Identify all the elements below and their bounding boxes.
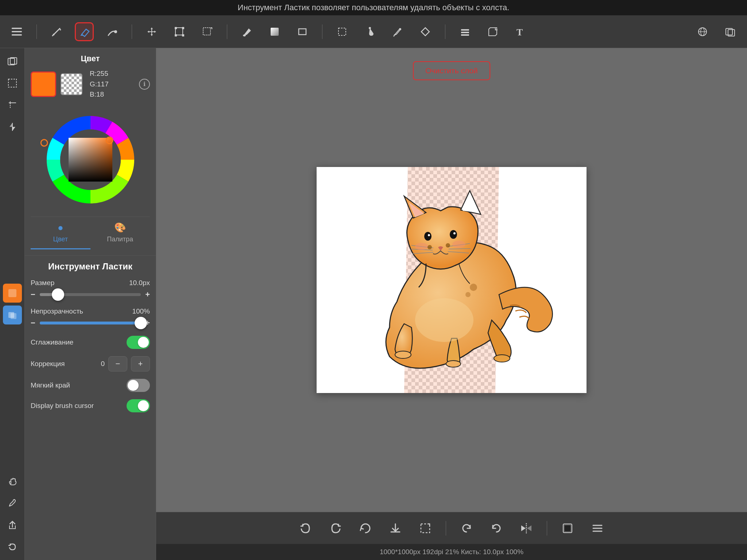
eyedropper-icon[interactable] xyxy=(3,494,22,513)
opacity-value: 100% xyxy=(132,307,150,315)
drawing-canvas[interactable] xyxy=(317,167,587,393)
size-value: 10.0px xyxy=(129,279,150,287)
layers-icon[interactable] xyxy=(456,22,475,41)
share-icon[interactable] xyxy=(3,516,22,534)
size-decrease-btn[interactable]: − xyxy=(31,290,35,299)
layer-icon[interactable] xyxy=(3,306,22,324)
eraser-tool-icon[interactable] xyxy=(75,22,94,41)
svg-rect-10 xyxy=(182,34,184,36)
display-brush-cursor-toggle[interactable] xyxy=(127,399,150,412)
svg-rect-12 xyxy=(271,28,279,36)
smudge-tool-icon[interactable] xyxy=(102,22,121,41)
diamond-tool-icon[interactable] xyxy=(416,22,435,41)
svg-rect-38 xyxy=(69,138,112,182)
left-panel: Цвет R:255 G:117 B:18 ℹ xyxy=(25,48,156,560)
dashed-rect-icon[interactable] xyxy=(3,74,22,93)
color-wheel[interactable] xyxy=(39,109,142,211)
status-bar: Инструмент Ластик позволяет пользователя… xyxy=(0,0,747,15)
rectangle-tool-icon[interactable] xyxy=(293,22,312,41)
correction-value: 0 xyxy=(101,360,105,368)
svg-point-49 xyxy=(424,232,431,241)
globe-icon[interactable] xyxy=(693,22,712,41)
color-wheel-container xyxy=(31,105,150,217)
svg-rect-18 xyxy=(461,32,469,33)
soft-edge-toggle[interactable] xyxy=(127,379,150,392)
transform2-tool-icon[interactable] xyxy=(198,22,217,41)
text-tool-icon[interactable]: T xyxy=(511,22,530,41)
redo-btn[interactable] xyxy=(326,519,345,538)
smoothing-toggle[interactable] xyxy=(127,336,150,349)
menu-icon[interactable] xyxy=(7,22,26,41)
svg-point-16 xyxy=(399,28,401,30)
svg-rect-31 xyxy=(8,289,16,297)
mask-fill-icon[interactable] xyxy=(558,519,577,538)
primary-color-swatch[interactable] xyxy=(31,71,56,97)
svg-rect-28 xyxy=(8,79,16,87)
flip-icon-bottom[interactable] xyxy=(517,519,536,538)
layers2-icon[interactable] xyxy=(721,22,740,41)
pen-tool-icon[interactable] xyxy=(388,22,407,41)
tab-palette[interactable]: 🎨 Палитра xyxy=(90,217,150,249)
svg-rect-33 xyxy=(11,313,16,319)
svg-rect-11 xyxy=(203,28,210,35)
correction-decrease-btn[interactable]: − xyxy=(108,356,127,372)
cat-artwork xyxy=(317,167,587,393)
fill-tool-icon[interactable] xyxy=(237,22,256,41)
svg-point-63 xyxy=(395,351,411,358)
move-tool-icon[interactable] xyxy=(142,22,161,41)
secondary-color-swatch[interactable] xyxy=(61,73,82,95)
opacity-slider[interactable] xyxy=(40,322,141,324)
correction-row: Коррекция 0 − + xyxy=(31,356,150,372)
color-rgb-values: R:255 G:117 B:18 xyxy=(90,69,109,100)
tab-palette-label: Палитра xyxy=(107,236,133,243)
svg-point-5 xyxy=(114,30,117,33)
download-icon[interactable] xyxy=(386,519,405,538)
undo-icon-left[interactable] xyxy=(3,537,22,556)
size-increase-btn[interactable]: + xyxy=(145,290,150,299)
selection-tool-icon[interactable] xyxy=(333,22,352,41)
info-icon[interactable]: ℹ xyxy=(139,79,150,90)
clear-layer-button[interactable]: Очистить слой xyxy=(413,61,490,80)
undo-btn[interactable] xyxy=(296,519,315,538)
size-slider[interactable] xyxy=(40,293,141,296)
rotate-ccw-icon[interactable] xyxy=(457,519,476,538)
svg-point-60 xyxy=(452,241,465,248)
tab-color-label: Цвет xyxy=(53,236,68,243)
crop-select-icon[interactable] xyxy=(416,519,435,538)
correction-controls: 0 − + xyxy=(101,356,150,372)
color-layer-icon[interactable] xyxy=(3,284,22,303)
correction-increase-btn[interactable]: + xyxy=(131,356,150,372)
color-tab-icon: ● xyxy=(58,222,63,233)
tool-section: Инструмент Ластик Размер 10.0px − + xyxy=(25,256,156,425)
pencil-tool-icon[interactable] xyxy=(47,22,66,41)
soft-edge-label: Мягкий край xyxy=(31,381,70,389)
svg-line-57 xyxy=(449,249,471,249)
color-picker-icon[interactable] xyxy=(360,22,379,41)
grid-icon[interactable] xyxy=(3,96,22,114)
svg-point-64 xyxy=(446,361,461,367)
opacity-decrease-btn[interactable]: − xyxy=(31,318,35,328)
rotate-cw-icon[interactable] xyxy=(487,519,506,538)
menu-dots-icon[interactable] xyxy=(588,519,607,538)
tab-color[interactable]: ● Цвет xyxy=(31,217,90,249)
main-area: Цвет R:255 G:117 B:18 ℹ xyxy=(0,48,747,560)
display-brush-cursor-label: Display brush cursor xyxy=(31,402,94,410)
svg-rect-9 xyxy=(175,34,177,36)
bottom-toolbar xyxy=(156,512,747,544)
flip-icon[interactable] xyxy=(3,117,22,136)
size-slider-row: Размер 10.0px − + xyxy=(31,279,150,299)
selection2-icon[interactable] xyxy=(483,22,502,41)
svg-rect-14 xyxy=(338,28,346,35)
svg-point-52 xyxy=(453,232,456,234)
svg-rect-69 xyxy=(421,524,430,533)
color-section: Цвет R:255 G:117 B:18 ℹ xyxy=(25,48,156,256)
canvas-area: Очистить слой xyxy=(156,48,747,560)
palette-tab-icon: 🎨 xyxy=(114,222,126,233)
loop-icon[interactable] xyxy=(356,519,375,538)
hand-tool-icon[interactable] xyxy=(3,472,22,491)
svg-text:T: T xyxy=(516,27,523,37)
svg-rect-13 xyxy=(299,29,306,35)
gradient-fill-icon[interactable] xyxy=(265,22,284,41)
new-layer-icon[interactable] xyxy=(3,52,22,71)
transform-tool-icon[interactable] xyxy=(170,22,189,41)
